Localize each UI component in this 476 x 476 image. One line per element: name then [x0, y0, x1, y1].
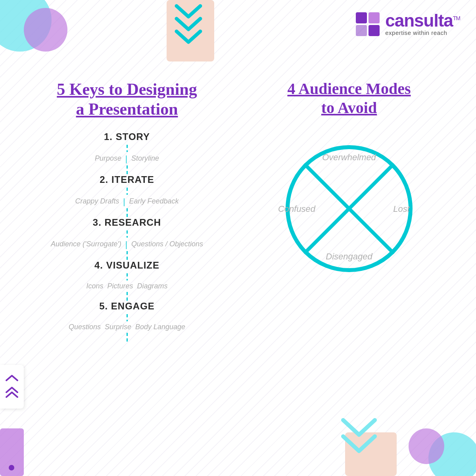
svg-text:Confused: Confused — [278, 204, 316, 214]
logo-tm: TM — [453, 15, 460, 21]
svg-text:Lost: Lost — [393, 204, 410, 214]
svg-text:Disengaged: Disengaged — [326, 251, 372, 261]
step-4-item-2: Diagrams — [137, 282, 168, 290]
step-5-items: Questions Surprise Body Language — [69, 323, 185, 331]
main-title: 5 Keys to Designing a Presentation — [24, 79, 230, 119]
step-2-item-1: Early Feedback — [129, 197, 178, 205]
step-2: 2. ITERATE Crappy Drafts | Early Feedbac… — [24, 174, 230, 217]
step-1-item-1: Storyline — [131, 154, 159, 163]
timeline: 1. STORY Purpose | Storyline 2. ITERATE … — [24, 131, 230, 342]
step-3-label: 3. RESEARCH — [93, 217, 161, 228]
logo-sq-4 — [369, 25, 380, 36]
step-3-item-0: Audience ('Surrogate') — [51, 240, 121, 248]
chevrons-top — [175, 4, 202, 46]
step-1-items: Purpose | Storyline — [95, 154, 159, 164]
step-4-items: Icons Pictures Diagrams — [86, 282, 167, 290]
step-2-items: Crappy Drafts | Early Feedback — [75, 196, 179, 207]
right-title: 4 Audience Modes to Avoid — [287, 79, 411, 117]
step-4-item-0: Icons — [86, 282, 103, 290]
step-3: 3. RESEARCH Audience ('Surrogate') | Que… — [24, 217, 230, 260]
step-3-items: Audience ('Surrogate') | Questions / Obj… — [51, 239, 203, 250]
logo-area: cansultaTM expertise within reach — [356, 12, 460, 36]
step-5-item-2: Body Language — [135, 323, 185, 331]
nav-double-up-icon[interactable] — [5, 386, 19, 400]
right-section: 4 Audience Modes to Avoid Overwhelmed Co… — [234, 79, 464, 284]
logo-name: cansultaTM — [385, 12, 460, 29]
deco-dot-bottomleft — [9, 465, 14, 470]
logo-tagline: expertise within reach — [385, 29, 460, 36]
left-section: 5 Keys to Designing a Presentation 1. ST… — [24, 79, 230, 342]
circle-diagram: Overwhelmed Confused Lost Disengaged — [274, 133, 424, 284]
step-4-item-1: Pictures — [107, 282, 133, 290]
logo-sq-2 — [369, 12, 380, 23]
step-4-label: 4. VISUALIZE — [94, 260, 159, 271]
left-nav-box[interactable] — [0, 365, 24, 409]
step-2-item-0: Crappy Drafts — [75, 197, 119, 205]
step-4: 4. VISUALIZE Icons Pictures Diagrams — [24, 260, 230, 301]
logo-sq-3 — [356, 25, 367, 36]
logo-sq-1 — [356, 12, 367, 23]
step-5-label: 5. ENGAGE — [99, 301, 155, 312]
deco-circle-purple-bottomright — [409, 428, 444, 464]
step-1-item-0: Purpose — [95, 154, 121, 163]
deco-circle-purple-topleft — [24, 8, 67, 52]
step-5: 5. ENGAGE Questions Surprise Body Langua… — [24, 301, 230, 342]
step-1: 1. STORY Purpose | Storyline — [24, 131, 230, 174]
svg-text:Overwhelmed: Overwhelmed — [322, 152, 376, 162]
logo-text-wrap: cansultaTM expertise within reach — [385, 12, 460, 36]
step-3-item-1: Questions / Objections — [131, 240, 203, 248]
step-5-item-0: Questions — [69, 323, 101, 331]
step-2-label: 2. ITERATE — [100, 174, 154, 185]
step-1-label: 1. STORY — [104, 131, 150, 142]
step-5-item-1: Surprise — [105, 323, 131, 331]
nav-up-icon[interactable] — [5, 373, 19, 383]
chevrons-bottom-right — [341, 418, 377, 456]
logo-squares — [356, 12, 380, 36]
